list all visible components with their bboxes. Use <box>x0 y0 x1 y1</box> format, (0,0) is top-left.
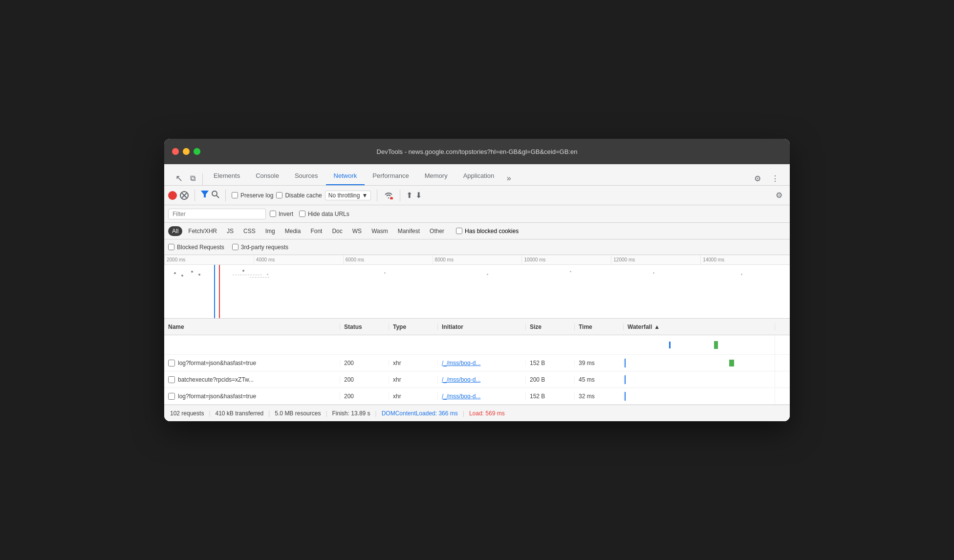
row1-initiator[interactable]: /_/mss/boq-d... <box>438 360 526 366</box>
invert-checkbox[interactable] <box>270 211 276 217</box>
upload-icon[interactable]: ⬆ <box>406 191 412 200</box>
minimize-button[interactable] <box>183 148 190 155</box>
has-blocked-cookies: Has blocked cookies <box>456 228 519 235</box>
download-icon[interactable]: ⬇ <box>415 191 422 200</box>
row3-name: log?format=json&hasfast=true <box>164 393 340 400</box>
hide-data-urls-label[interactable]: Hide data URLs <box>299 211 349 217</box>
tab-bar: ↖ ⧉ Elements Console Sources Network Per… <box>164 164 790 186</box>
third-party-label[interactable]: 3rd-party requests <box>232 244 288 251</box>
type-filter-manifest[interactable]: Manifest <box>394 226 424 236</box>
net-toolbar-sep2 <box>225 190 226 201</box>
row2-size: 200 B <box>526 376 575 383</box>
sep2: | <box>268 410 270 417</box>
tab-application[interactable]: Application <box>455 167 502 185</box>
type-filter-wasm[interactable]: Wasm <box>368 226 392 236</box>
timeline-dash <box>233 275 262 275</box>
type-filter-other[interactable]: Other <box>426 226 448 236</box>
tab-gear-area: ⚙ ⋮ <box>751 172 782 185</box>
col-name: Name <box>164 323 340 330</box>
type-filter-all[interactable]: All <box>168 226 182 236</box>
row2-initiator[interactable]: /_/mss/boq-d... <box>438 376 526 383</box>
row2-name: batchexecute?rpcids=xZTw... <box>164 376 340 383</box>
row1-checkbox[interactable] <box>168 360 175 366</box>
sep4: | <box>375 410 377 417</box>
tick-4000: 4000 ms <box>254 255 343 264</box>
svg-line-4 <box>217 195 219 198</box>
settings-icon[interactable]: ⚙ <box>751 172 764 185</box>
has-blocked-cookies-checkbox[interactable] <box>456 228 462 234</box>
row1-type: xhr <box>389 360 438 366</box>
type-filter-ws[interactable]: WS <box>348 226 366 236</box>
cursor-icon[interactable]: ↖ <box>172 172 186 185</box>
transferred-size: 410 kB transferred <box>216 410 264 417</box>
col-status: Status <box>340 323 389 330</box>
sep5: | <box>463 410 464 417</box>
tab-sources[interactable]: Sources <box>287 167 326 185</box>
blocked-row: Blocked Requests 3rd-party requests <box>164 239 790 255</box>
sep1: | <box>209 410 210 417</box>
tab-console[interactable]: Console <box>248 167 287 185</box>
disable-cache-checkbox[interactable] <box>276 192 282 198</box>
record-button[interactable] <box>168 191 177 200</box>
type-filter-fetch-xhr[interactable]: Fetch/XHR <box>184 226 221 236</box>
more-options-icon[interactable]: ⋮ <box>768 172 782 185</box>
blocked-requests-label[interactable]: Blocked Requests <box>168 244 224 251</box>
type-filter-js[interactable]: JS <box>223 226 238 236</box>
type-filter-css[interactable]: CSS <box>239 226 260 236</box>
table-row[interactable]: log?format=json&hasfast=true 200 xhr /_/… <box>164 388 790 405</box>
row3-initiator[interactable]: /_/mss/boq-d... <box>438 393 526 400</box>
devtools-window: DevTools - news.google.com/topstories?hl… <box>164 139 790 421</box>
filter-icon[interactable] <box>201 191 209 200</box>
timeline-dash <box>250 277 269 278</box>
maximize-button[interactable] <box>194 148 200 155</box>
tab-network[interactable]: Network <box>326 167 365 185</box>
table-row[interactable]: batchexecute?rpcids=xZTw... 200 xhr /_/m… <box>164 371 790 388</box>
net-toolbar-sep3 <box>377 190 377 201</box>
third-party-checkbox[interactable] <box>232 244 238 250</box>
tab-separator <box>202 173 203 185</box>
network-settings-icon[interactable]: ⚙ <box>772 189 786 202</box>
tick-6000: 6000 ms <box>343 255 433 264</box>
timeline-dot <box>267 274 268 275</box>
table-row[interactable]: log?format=json&hasfast=true 200 xhr /_/… <box>164 355 790 371</box>
tab-memory[interactable]: Memory <box>417 167 455 185</box>
more-tabs-button[interactable]: » <box>502 172 516 185</box>
filter-input[interactable] <box>168 209 266 219</box>
preserve-log-label[interactable]: Preserve log <box>232 192 273 199</box>
type-filter-media[interactable]: Media <box>281 226 305 236</box>
type-filter-doc[interactable]: Doc <box>328 226 346 236</box>
device-toggle-icon[interactable]: ⧉ <box>186 172 199 185</box>
close-button[interactable] <box>172 148 179 155</box>
blocked-requests-checkbox[interactable] <box>168 244 174 250</box>
disable-cache-label[interactable]: Disable cache <box>276 192 322 199</box>
throttle-select[interactable]: No throttling ▼ <box>325 191 371 200</box>
clear-button[interactable] <box>180 191 189 200</box>
title-bar: DevTools - news.google.com/topstories?hl… <box>164 139 790 164</box>
timeline-chart <box>164 265 790 319</box>
traffic-lights <box>172 148 200 155</box>
status-bar: 102 requests | 410 kB transferred | 5.0 … <box>164 405 790 421</box>
timeline-dot <box>198 274 200 276</box>
type-filter-img[interactable]: Img <box>261 226 279 236</box>
svg-point-3 <box>212 191 217 196</box>
tab-elements[interactable]: Elements <box>206 167 248 185</box>
row2-type: xhr <box>389 376 438 383</box>
type-filter-font[interactable]: Font <box>306 226 326 236</box>
tab-performance[interactable]: Performance <box>365 167 416 185</box>
timeline-dot <box>741 274 742 275</box>
tick-2000: 2000 ms <box>164 255 254 264</box>
preserve-log-checkbox[interactable] <box>232 192 238 198</box>
chevron-down-icon: ▼ <box>362 192 368 199</box>
row2-waterfall <box>624 371 775 388</box>
timeline-dot <box>191 271 193 273</box>
invert-label[interactable]: Invert <box>270 211 293 217</box>
search-icon[interactable] <box>212 191 219 200</box>
hide-data-urls-checkbox[interactable] <box>299 211 305 217</box>
svg-point-5 <box>390 197 393 199</box>
timeline-dot <box>242 270 244 272</box>
row3-checkbox[interactable] <box>168 393 175 400</box>
type-filter-row: All Fetch/XHR JS CSS Img Media Font Doc … <box>164 223 790 239</box>
dom-content-loaded-line <box>214 265 215 319</box>
row1-waterfall <box>624 355 775 371</box>
row2-checkbox[interactable] <box>168 376 175 383</box>
